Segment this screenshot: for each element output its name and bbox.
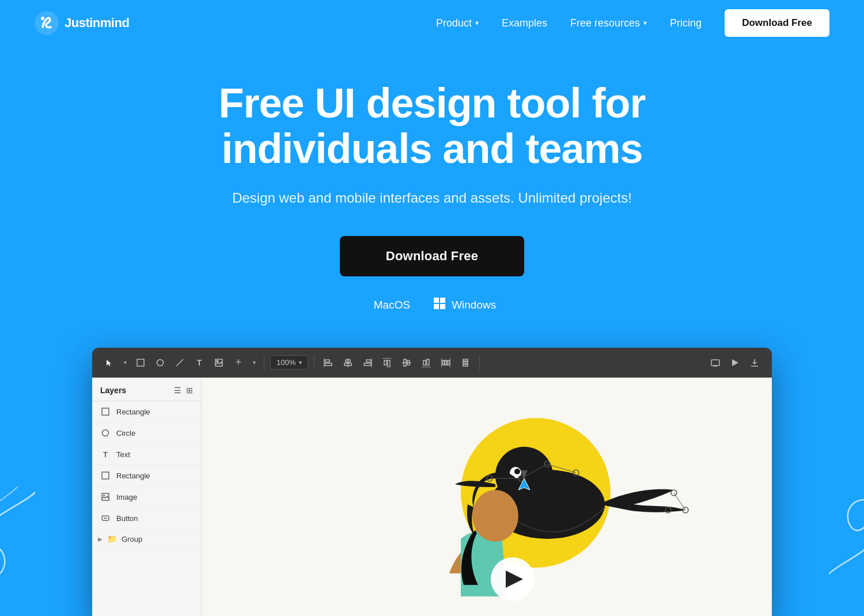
svg-point-42 <box>103 430 109 436</box>
export-tool[interactable] <box>746 355 763 371</box>
layer-item-circle[interactable]: Circle <box>92 423 201 444</box>
line-tool[interactable] <box>172 355 188 371</box>
distribute-h-tool[interactable] <box>438 355 454 371</box>
svg-rect-34 <box>463 359 468 361</box>
svg-rect-11 <box>325 360 329 362</box>
zoom-control[interactable]: 100% ▾ <box>270 355 308 370</box>
circle-tool[interactable] <box>152 355 168 371</box>
svg-point-45 <box>103 495 105 496</box>
svg-line-8 <box>176 359 183 366</box>
sidebar-header: Layers ☰ ⊞ <box>92 378 201 401</box>
image-layer-icon <box>100 492 111 502</box>
hero-title: Free UI design tool for individuals and … <box>218 81 645 172</box>
align-right-tool[interactable] <box>359 355 376 371</box>
nav-product[interactable]: Product ▾ <box>436 17 479 29</box>
nav-download-free-button[interactable]: Download Free <box>725 9 829 37</box>
button-layer-icon <box>100 513 111 523</box>
product-chevron-icon: ▾ <box>475 19 479 27</box>
resources-chevron-icon: ▾ <box>643 19 647 27</box>
layer-item-image[interactable]: Image <box>92 486 201 508</box>
align-left-tool[interactable] <box>320 355 336 371</box>
app-screenshot-wrapper: ▾ T + ▾ 100% <box>0 348 864 616</box>
svg-rect-29 <box>442 360 444 365</box>
toolbar-sep-2 <box>314 355 314 370</box>
logo[interactable]: Justinmind <box>35 11 129 35</box>
device-preview-tool[interactable] <box>707 355 723 371</box>
svg-rect-12 <box>325 363 332 366</box>
layer-item-group[interactable]: ▶ 📁 Group <box>92 529 201 549</box>
windows-icon <box>433 297 446 313</box>
svg-rect-20 <box>384 360 386 365</box>
svg-rect-4 <box>434 304 439 309</box>
group-chevron-icon: ▶ <box>98 536 103 542</box>
app-toolbar: ▾ T + ▾ 100% <box>92 348 772 378</box>
svg-point-1 <box>41 17 44 20</box>
svg-rect-41 <box>102 408 109 415</box>
svg-rect-3 <box>440 298 445 303</box>
cursor-tool[interactable] <box>101 355 118 371</box>
hero-download-free-button[interactable]: Download Free <box>340 236 524 276</box>
svg-rect-37 <box>711 360 719 366</box>
svg-rect-5 <box>440 304 445 309</box>
add-chevron-icon[interactable]: ▾ <box>250 355 258 371</box>
layer-label-text: Text <box>116 450 130 459</box>
macos-badge: MacOS <box>368 299 410 311</box>
rectangle-tool[interactable] <box>132 355 149 371</box>
image-tool[interactable] <box>211 355 227 371</box>
svg-point-7 <box>157 359 164 366</box>
svg-point-54 <box>472 490 518 542</box>
nav-examples[interactable]: Examples <box>502 17 547 29</box>
layer-item-rectangle-2[interactable]: Rectangle <box>92 465 201 486</box>
align-center-tool[interactable] <box>340 355 356 371</box>
layer-item-button[interactable]: Button <box>92 508 201 529</box>
layers-title: Layers <box>100 386 126 395</box>
layer-item-rectangle-1[interactable]: Rectangle <box>92 401 201 423</box>
align-bottom-tool[interactable] <box>418 355 434 371</box>
app-body: Layers ☰ ⊞ Rectangle <box>92 378 772 616</box>
svg-rect-17 <box>366 360 371 362</box>
align-top-tool[interactable] <box>379 355 395 371</box>
distribute-v-tool[interactable] <box>457 355 473 371</box>
app-window: ▾ T + ▾ 100% <box>92 348 772 616</box>
navbar: Justinmind Product ▾ Examples Free resou… <box>0 0 864 46</box>
play-tool[interactable] <box>727 355 743 371</box>
svg-rect-35 <box>463 362 468 363</box>
sidebar-list-icon[interactable]: ☰ <box>174 386 181 395</box>
hero-subtitle: Design web and mobile interfaces and ass… <box>232 188 632 208</box>
svg-rect-31 <box>448 360 449 365</box>
svg-rect-18 <box>364 363 371 366</box>
folder-icon: 📁 <box>107 534 117 543</box>
swirl-left-decoration <box>0 481 46 596</box>
zoom-chevron-icon: ▾ <box>299 359 302 366</box>
layer-label-button: Button <box>116 514 138 523</box>
layer-label-rectangle-1: Rectangle <box>116 408 150 416</box>
rectangle2-layer-icon <box>100 470 111 481</box>
nav-pricing[interactable]: Pricing <box>670 17 702 29</box>
svg-rect-27 <box>427 359 429 365</box>
svg-rect-21 <box>388 360 390 367</box>
layer-label-rectangle-2: Rectangle <box>116 471 150 480</box>
svg-rect-26 <box>423 360 426 365</box>
toolbar-sep-3 <box>479 355 480 370</box>
align-middle-tool[interactable] <box>399 355 415 371</box>
svg-rect-2 <box>434 298 439 303</box>
swirl-right-decoration <box>818 481 864 585</box>
svg-rect-6 <box>137 359 144 366</box>
svg-rect-30 <box>445 360 447 365</box>
sidebar-grid-icon[interactable]: ⊞ <box>186 386 193 395</box>
layer-label-image: Image <box>116 493 137 501</box>
toolbar-right <box>707 355 763 371</box>
app-canvas <box>202 378 772 616</box>
add-tool[interactable]: + <box>230 355 247 371</box>
hero-section: Free UI design tool for individuals and … <box>0 46 864 348</box>
nav-free-resources[interactable]: Free resources ▾ <box>570 17 647 29</box>
chevron-down-tool-icon[interactable]: ▾ <box>121 355 129 371</box>
svg-point-53 <box>514 469 520 474</box>
text-tool[interactable]: T <box>191 355 207 371</box>
app-sidebar: Layers ☰ ⊞ Rectangle <box>92 378 202 616</box>
canvas-illustration <box>202 378 772 616</box>
layer-item-text[interactable]: T Text <box>92 444 201 465</box>
layer-label-circle: Circle <box>116 429 135 438</box>
toolbar-sep-1 <box>264 355 264 370</box>
layer-label-group: Group <box>122 535 142 543</box>
